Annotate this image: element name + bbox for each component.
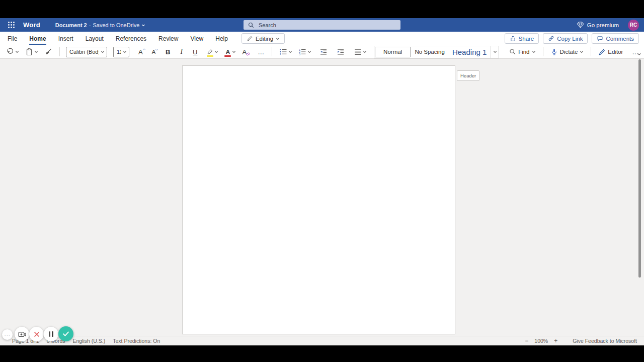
app-name[interactable]: Word <box>23 21 40 29</box>
diamond-icon <box>577 22 584 28</box>
pause-button[interactable] <box>44 327 58 341</box>
ribbon-collapse-chevron[interactable] <box>637 52 641 56</box>
highlight-button[interactable] <box>205 46 219 57</box>
font-size-select[interactable]: 11 <box>113 47 129 57</box>
clear-formatting-button[interactable]: A <box>241 46 248 57</box>
document-canvas: Header <box>0 59 644 336</box>
numbering-button[interactable]: 123 <box>297 46 312 57</box>
chevron-down-icon <box>214 50 218 54</box>
bullets-button[interactable] <box>278 46 293 57</box>
tab-view[interactable]: View <box>190 32 203 45</box>
feedback-link[interactable]: Give Feedback to Microsoft <box>573 338 637 344</box>
clipboard-icon <box>25 48 33 56</box>
ribbon-toolbar: Calibri (Body) 11 A A B I U <box>0 45 644 59</box>
comments-button[interactable]: Comments <box>592 33 639 44</box>
doc-title-text: Document 2 <box>55 22 87 28</box>
check-icon <box>62 331 69 337</box>
search-icon <box>248 22 254 28</box>
tab-home[interactable]: Home <box>29 32 46 45</box>
zoom-in-button[interactable]: + <box>551 337 560 344</box>
alignment-button[interactable] <box>353 46 368 57</box>
microphone-icon <box>550 48 558 56</box>
increase-indent-button[interactable] <box>336 46 346 57</box>
grow-font-glyph: A <box>138 48 143 56</box>
styles-gallery: Normal No Spacing Heading 1 <box>374 46 499 58</box>
chevron-down-icon <box>15 50 19 54</box>
document-page[interactable] <box>182 65 455 334</box>
chevron-down-icon <box>34 50 38 54</box>
paste-button[interactable] <box>24 46 39 57</box>
underline-button[interactable]: U <box>192 46 198 57</box>
tab-references[interactable]: References <box>116 32 146 45</box>
editor-button[interactable]: Editor <box>597 46 624 57</box>
font-size-value: 11 <box>117 49 121 55</box>
close-button[interactable] <box>29 327 44 341</box>
vertical-scrollbar[interactable] <box>638 59 641 278</box>
zoom-out-button[interactable]: − <box>522 337 531 344</box>
more-dots-button[interactable]: ··· <box>2 329 13 340</box>
chevron-down-icon <box>101 50 105 54</box>
link-icon <box>548 35 554 42</box>
editing-mode-button[interactable]: Editing <box>242 33 285 44</box>
tab-layout[interactable]: Layout <box>86 32 104 45</box>
tab-insert[interactable]: Insert <box>58 32 73 45</box>
pencil-icon <box>247 35 253 42</box>
copy-link-button[interactable]: Copy Link <box>543 33 588 44</box>
style-normal[interactable]: Normal <box>375 47 411 57</box>
numbering-icon: 123 <box>298 48 306 56</box>
indent-icon <box>337 48 345 56</box>
camera-button[interactable] <box>15 327 29 341</box>
tab-review[interactable]: Review <box>158 32 178 45</box>
find-icon <box>509 48 516 55</box>
format-painter-button[interactable] <box>43 46 53 57</box>
search-input[interactable] <box>258 22 388 29</box>
word-app-window: Word Document 2 - Saved to OneDrive Go p… <box>0 18 644 345</box>
grow-font-button[interactable]: A <box>137 46 144 57</box>
camera-icon <box>18 331 26 338</box>
avatar-initials: RC <box>630 22 637 28</box>
more-formatting-button[interactable]: … <box>257 46 266 57</box>
chevron-down-icon <box>580 50 584 54</box>
text-predictions-status[interactable]: Text Predictions: On <box>113 338 160 344</box>
undo-icon <box>6 48 14 56</box>
shrink-font-glyph: A <box>152 49 155 55</box>
search-bar[interactable] <box>244 20 400 30</box>
chevron-down-icon <box>307 50 311 54</box>
undo-button[interactable] <box>5 46 20 57</box>
zoom-level[interactable]: 100% <box>534 338 548 344</box>
find-label: Find <box>518 49 529 55</box>
bold-button[interactable]: B <box>165 46 171 57</box>
shrink-font-button[interactable]: A <box>151 46 156 57</box>
decrease-indent-button[interactable] <box>318 46 329 57</box>
font-color-button[interactable]: A <box>223 46 237 57</box>
app-launcher-icon[interactable] <box>5 19 17 31</box>
ellipsis-icon: … <box>258 48 265 56</box>
find-button[interactable]: Find <box>508 46 536 57</box>
more-dots-icon: ··· <box>4 332 11 338</box>
style-heading-1[interactable]: Heading 1 <box>448 46 491 58</box>
header-button[interactable]: Header <box>457 70 479 81</box>
chevron-down-icon <box>141 23 145 27</box>
underline-glyph: U <box>193 48 197 56</box>
bullets-icon <box>279 48 287 56</box>
dictate-label: Dictate <box>560 49 578 55</box>
confirm-button[interactable] <box>58 326 73 341</box>
tab-file[interactable]: File <box>8 32 17 45</box>
go-premium-label: Go premium <box>587 22 619 28</box>
chevron-down-icon <box>493 50 497 54</box>
pause-icon <box>49 331 53 337</box>
styles-gallery-chevron[interactable] <box>491 46 499 58</box>
avatar[interactable]: RC <box>628 20 639 31</box>
font-name-select[interactable]: Calibri (Body) <box>66 47 107 57</box>
document-title[interactable]: Document 2 - Saved to OneDrive <box>55 22 146 28</box>
titlebar: Word Document 2 - Saved to OneDrive Go p… <box>0 18 644 32</box>
editing-label: Editing <box>256 36 273 42</box>
dictate-button[interactable]: Dictate <box>549 46 585 57</box>
tab-help[interactable]: Help <box>215 32 228 45</box>
go-premium-button[interactable]: Go premium <box>577 22 619 28</box>
style-no-spacing[interactable]: No Spacing <box>411 46 448 58</box>
close-icon <box>34 331 40 337</box>
share-button[interactable]: Share <box>505 33 539 44</box>
italic-button[interactable]: I <box>179 46 184 57</box>
comment-icon <box>597 35 603 42</box>
